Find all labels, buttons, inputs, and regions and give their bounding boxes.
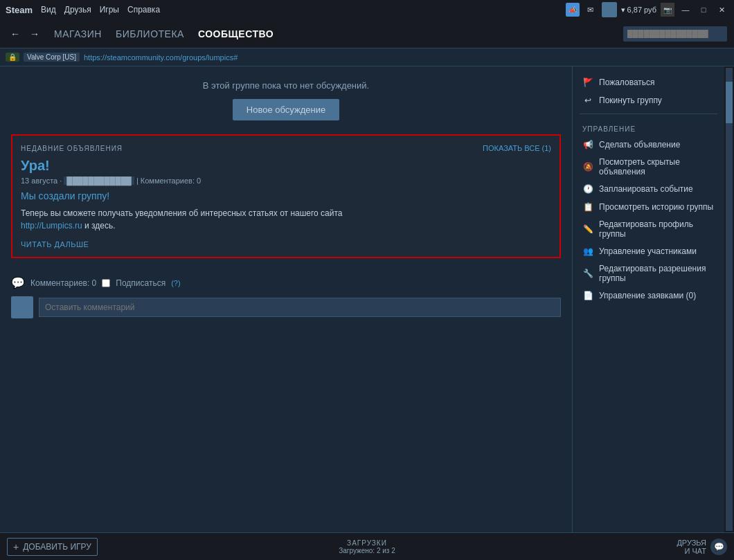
minimize-button[interactable]: — xyxy=(679,3,692,17)
sidebar-action-members[interactable]: 👥 Управление участниками xyxy=(580,242,717,260)
menu-item-friends[interactable]: Друзья xyxy=(64,5,91,15)
sidebar-action-announce[interactable]: 📢 Сделать объявление xyxy=(580,136,717,154)
sidebar-divider-1 xyxy=(580,114,717,114)
announcement-headline[interactable]: Ура! xyxy=(21,158,551,174)
address-bar: 🔒 Valve Corp [US] https://steamcommunity… xyxy=(0,48,734,66)
hidden-label: Посмотреть скрытые объявления xyxy=(599,157,715,177)
downloads-title: ЗАГРУЗКИ xyxy=(339,539,395,547)
plus-icon: + xyxy=(13,541,19,552)
schedule-label: Запланировать событие xyxy=(599,184,693,194)
comments-section: 💬 Комментариев: 0 Подписаться (?) xyxy=(11,269,561,296)
friends-chat-button[interactable]: ДРУЗЬЯИ ЧАТ 💬 xyxy=(677,539,727,555)
body-text-1: Теперь вы сможете получать уведомления о… xyxy=(21,208,343,218)
help-link[interactable]: (?) xyxy=(171,279,180,287)
app-title: Steam xyxy=(6,5,33,15)
mail-icon[interactable]: ✉ xyxy=(584,3,598,17)
sidebar-action-report[interactable]: 🚩 Пожаловаться xyxy=(580,73,717,91)
history-icon: 📋 xyxy=(582,201,593,213)
scroll-thumb[interactable] xyxy=(726,82,733,123)
title-bar-left: Steam Вид Друзья Игры Справка xyxy=(6,5,160,15)
permissions-icon: 🔧 xyxy=(582,268,593,279)
downloads-sub: Загружено: 2 из 2 xyxy=(339,547,395,554)
leave-label: Покинуть группу xyxy=(599,96,662,105)
sidebar-action-hidden[interactable]: 🔕 Посмотреть скрытые объявления xyxy=(580,154,717,180)
valve-badge: Valve Corp [US] xyxy=(24,53,80,62)
hidden-icon: 🔕 xyxy=(582,161,593,172)
announcement-username: ████████████ xyxy=(64,177,134,185)
nav-store[interactable]: МАГАЗИН xyxy=(54,28,102,39)
announcements-header: НЕДАВНИЕ ОБЪЯВЛЕНИЯ ПОКАЗАТЬ ВСЕ (1) xyxy=(21,144,551,152)
downloads-section: ЗАГРУЗКИ Загружено: 2 из 2 xyxy=(339,539,395,554)
menu-item-help[interactable]: Справка xyxy=(127,5,160,15)
comment-input-row xyxy=(11,296,561,324)
announcements-box: НЕДАВНИЕ ОБЪЯВЛЕНИЯ ПОКАЗАТЬ ВСЕ (1) Ура… xyxy=(11,134,561,258)
nav-search-input[interactable] xyxy=(623,26,727,42)
notification-icon[interactable]: 📣 xyxy=(566,3,580,17)
history-label: Просмотреть историю группы xyxy=(599,202,713,212)
body-link[interactable]: http://Lumpics.ru xyxy=(21,221,82,231)
comment-avatar xyxy=(11,296,33,318)
announcement-date: 13 августа · xyxy=(21,177,64,185)
content-main: В этой группе пока что нет обсуждений. Н… xyxy=(0,66,572,532)
lock-icon: 🔒 xyxy=(6,53,19,62)
edit-profile-icon: ✏️ xyxy=(582,224,593,235)
menu-item-games[interactable]: Игры xyxy=(100,5,119,15)
comment-bubble-icon: 💬 xyxy=(11,276,25,289)
bottom-bar: + ДОБАВИТЬ ИГРУ ЗАГРУЗКИ Загружено: 2 из… xyxy=(0,532,734,560)
back-button[interactable]: ← xyxy=(7,26,24,42)
close-button[interactable]: ✕ xyxy=(715,3,728,17)
management-title: УПРАВЛЕНИЕ xyxy=(580,120,717,136)
show-all-link[interactable]: ПОКАЗАТЬ ВСЕ (1) xyxy=(483,144,551,152)
add-game-button[interactable]: + ДОБАВИТЬ ИГРУ xyxy=(7,538,98,556)
comments-count: Комментариев: 0 xyxy=(30,278,96,288)
forward-button[interactable]: → xyxy=(26,26,43,42)
subscribe-label: Подписаться xyxy=(116,278,165,288)
scroll-track[interactable] xyxy=(726,68,733,531)
members-icon: 👥 xyxy=(582,246,593,257)
title-menu: Вид Друзья Игры Справка xyxy=(41,5,160,15)
permissions-label: Редактировать разрешения группы xyxy=(599,264,715,283)
main-area: В этой группе пока что нет обсуждений. Н… xyxy=(0,66,734,532)
new-discussion-button[interactable]: Новое обсуждение xyxy=(233,99,339,120)
scrollbar[interactable] xyxy=(724,66,734,532)
nav-library[interactable]: БИБЛИОТЕКА xyxy=(116,28,184,39)
announce-icon: 📢 xyxy=(582,139,593,150)
comment-input[interactable] xyxy=(39,298,561,317)
balance: ▾ 6,87 руб xyxy=(621,6,656,15)
right-sidebar: 🚩 Пожаловаться ↩ Покинуть группу УПРАВЛЕ… xyxy=(572,66,724,532)
nav-links: МАГАЗИН БИБЛИОТЕКА СООБЩЕСТВО xyxy=(54,28,274,39)
report-icon: 🚩 xyxy=(582,77,593,88)
sidebar-action-history[interactable]: 📋 Просмотреть историю группы xyxy=(580,198,717,216)
friends-icon: 💬 xyxy=(710,539,727,555)
schedule-icon: 🕐 xyxy=(582,183,593,195)
nav-arrows: ← → xyxy=(7,26,43,42)
sidebar-action-schedule[interactable]: 🕐 Запланировать событие xyxy=(580,180,717,198)
read-more-link[interactable]: ЧИТАТЬ ДАЛЬШЕ xyxy=(21,240,551,249)
announcement-comments-meta: | Комментариев: 0 xyxy=(134,177,201,185)
report-label: Пожаловаться xyxy=(599,78,655,87)
screenshot-icon[interactable]: 📷 xyxy=(661,3,674,17)
maximize-button[interactable]: □ xyxy=(697,3,710,17)
sidebar-action-leave[interactable]: ↩ Покинуть группу xyxy=(580,91,717,109)
nav-community[interactable]: СООБЩЕСТВО xyxy=(198,28,274,39)
sidebar-action-permissions[interactable]: 🔧 Редактировать разрешения группы xyxy=(580,260,717,287)
sidebar-action-edit-profile[interactable]: ✏️ Редактировать профиль группы xyxy=(580,216,717,242)
sidebar-action-applications[interactable]: 📄 Управление заявками (0) xyxy=(580,287,717,305)
menu-item-view[interactable]: Вид xyxy=(41,5,56,15)
edit-profile-label: Редактировать профиль группы xyxy=(599,219,715,239)
add-game-label: ДОБАВИТЬ ИГРУ xyxy=(23,542,91,552)
subscribe-checkbox[interactable] xyxy=(102,279,110,287)
title-bar: Steam Вид Друзья Игры Справка 📣 ✉ ▾ 6,87… xyxy=(0,0,734,19)
members-label: Управление участниками xyxy=(599,246,697,256)
friends-label: ДРУЗЬЯИ ЧАТ xyxy=(677,539,706,555)
nav-bar: ← → МАГАЗИН БИБЛИОТЕКА СООБЩЕСТВО xyxy=(0,19,734,48)
no-discussions-text: В этой группе пока что нет обсуждений. xyxy=(11,80,561,91)
announcement-body: Теперь вы сможете получать уведомления о… xyxy=(21,207,551,232)
announce-label: Сделать объявление xyxy=(599,140,680,150)
address-url[interactable]: https://steamcommunity.com/groups/lumpic… xyxy=(84,53,238,62)
announcement-subtitle[interactable]: Мы создали группу! xyxy=(21,190,551,201)
avatar xyxy=(602,2,617,17)
applications-icon: 📄 xyxy=(582,290,593,301)
title-bar-right: 📣 ✉ ▾ 6,87 руб 📷 — □ ✕ xyxy=(566,2,728,17)
applications-label: Управление заявками (0) xyxy=(599,291,696,300)
